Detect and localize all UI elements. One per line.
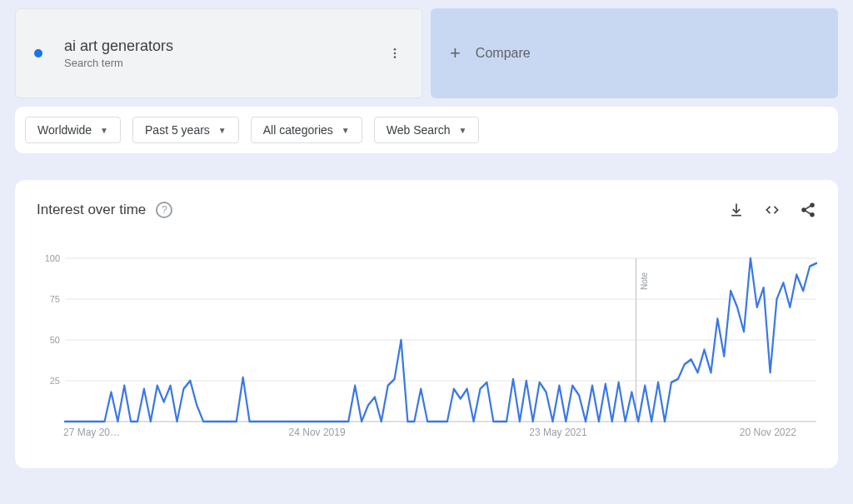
chart-line (65, 258, 816, 422)
download-icon (728, 202, 745, 218)
term-menu-button[interactable] (383, 42, 407, 65)
interest-over-time-card: Interest over time ? 2550751 (15, 180, 838, 468)
filter-time-label: Past 5 years (145, 123, 210, 137)
filter-panel: Worldwide ▼ Past 5 years ▼ All categorie… (15, 107, 838, 153)
search-term-subtitle: Search term (64, 57, 173, 69)
compare-label: Compare (476, 46, 531, 61)
download-button[interactable] (728, 202, 745, 218)
filter-time[interactable]: Past 5 years ▼ (132, 117, 239, 143)
chart-x-axis: 27 May 20…24 Nov 201923 May 202120 Nov 2… (65, 427, 816, 440)
share-icon (800, 202, 816, 218)
more-vert-icon (388, 47, 402, 60)
filter-property[interactable]: Web Search ▼ (374, 117, 480, 143)
plus-icon: + (450, 44, 461, 62)
filter-geo[interactable]: Worldwide ▼ (25, 117, 121, 143)
filter-geo-label: Worldwide (37, 123, 92, 137)
filter-category[interactable]: All categories ▼ (251, 117, 362, 143)
caret-down-icon: ▼ (218, 126, 227, 135)
caret-down-icon: ▼ (100, 126, 108, 135)
chart-plot-area[interactable]: 255075100 Note (37, 258, 816, 422)
chart-y-axis: 255075100 (37, 258, 63, 422)
filter-property-label: Web Search (387, 123, 451, 137)
svg-point-2 (394, 56, 397, 58)
chart-title: Interest over time (37, 202, 146, 218)
add-comparison-button[interactable]: + Compare (431, 8, 838, 98)
svg-point-5 (811, 213, 814, 217)
filter-category-label: All categories (263, 123, 333, 137)
share-button[interactable] (800, 202, 816, 218)
search-term-card[interactable]: ai art generators Search term (15, 8, 422, 98)
series-dot-icon (34, 49, 42, 57)
svg-point-3 (802, 208, 806, 212)
svg-point-1 (394, 52, 397, 55)
help-icon[interactable]: ? (156, 202, 172, 218)
embed-button[interactable] (763, 202, 781, 218)
search-term-title: ai art generators (64, 37, 173, 56)
svg-point-4 (811, 203, 814, 207)
code-icon (763, 202, 781, 218)
caret-down-icon: ▼ (342, 126, 350, 135)
svg-point-0 (394, 48, 397, 51)
note-marker-label: Note (640, 258, 649, 290)
caret-down-icon: ▼ (458, 126, 466, 135)
